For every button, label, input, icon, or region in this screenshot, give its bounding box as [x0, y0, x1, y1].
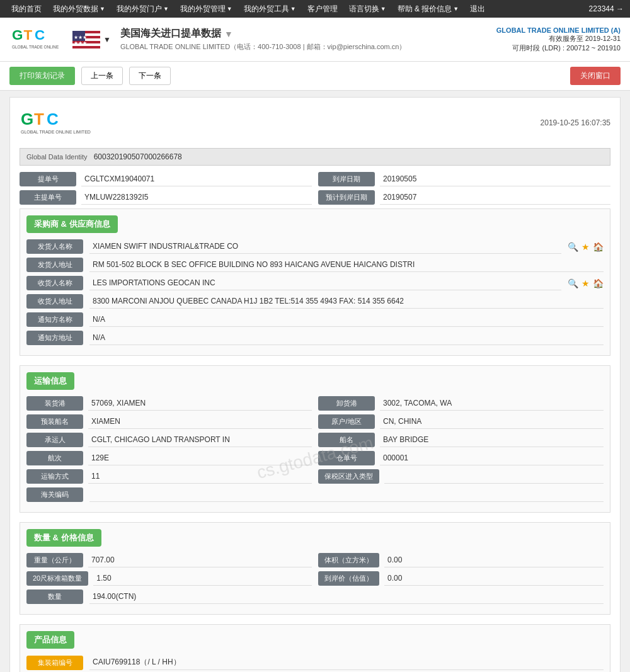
pre-vessel-value: XIAMEN: [88, 415, 312, 429]
search-icon[interactable]: 🔍: [568, 242, 578, 252]
volume-label: 体积（立方米）: [318, 553, 379, 567]
notify-addr-row: 通知方地址 N/A: [26, 331, 604, 345]
global-data-identity-row: Global Data Identity 6003201905070002666…: [20, 148, 610, 166]
vessel-field: 船名 BAY BRIDGE: [318, 433, 604, 447]
product-section-header: 产品信息: [26, 631, 74, 649]
nav-trade-data[interactable]: 我的外贸数据 ▼: [48, 1, 110, 17]
dropdown-arrow: ▼: [290, 6, 296, 12]
quantity-section: 数量 & 价格信息 重量（公斤） 707.00 体积（立方米） 0.00 20尺…: [20, 522, 610, 615]
search-icon[interactable]: 🔍: [568, 278, 578, 288]
nav-items: 我的首页 我的外贸数据 ▼ 我的外贸门户 ▼ 我的外贸管理 ▼ 我的外贸工具 ▼…: [6, 1, 490, 17]
container-no-label: 集装箱编号: [26, 656, 83, 670]
pre-vessel-field: 预装船名 XIAMEN: [26, 414, 312, 429]
star-icon[interactable]: ★: [581, 242, 590, 252]
transport-mode-value: 11: [88, 470, 312, 484]
quantity-value: 194.00(CTN): [89, 590, 604, 604]
page-header: G T C GLOBAL TRADE ONLINE LIMITED ★★★ ★★…: [0, 18, 630, 62]
close-button[interactable]: 关闭窗口: [570, 67, 621, 85]
voyage-warehouse-row: 航次 129E 仓单号 000001: [26, 451, 604, 465]
svg-text:GLOBAL TRADE ONLINE LIMITED: GLOBAL TRADE ONLINE LIMITED: [21, 130, 91, 134]
nav-language[interactable]: 语言切换 ▼: [344, 1, 391, 17]
shipper-addr-row: 发货人地址 RM 501-502 BLOCK B SEC OFFICE BUIL…: [26, 258, 604, 272]
master-bill-field: 主提单号 YMLUW2281392I5: [20, 190, 312, 205]
svg-text:GLOBAL TRADE ONLINE LIMITED: GLOBAL TRADE ONLINE LIMITED: [12, 45, 60, 49]
svg-text:T: T: [34, 110, 44, 128]
transport-mode-label: 运输方式: [26, 469, 83, 484]
logo-area: G T C GLOBAL TRADE ONLINE LIMITED: [9, 24, 60, 55]
available-time: 可用时段 (LDR) : 200712 ~ 201910: [496, 43, 621, 53]
carrier-vessel-row: 承运人 CGLT, CHICAGO LAND TRANSPORT IN 船名 B…: [26, 433, 604, 447]
planned-date-value: 20190507: [380, 191, 610, 205]
planned-date-label: 预计到岸日期: [318, 190, 375, 205]
carrier-value: CGLT, CHICAGO LAND TRANSPORT IN: [88, 433, 312, 447]
gtc-logo: G T C GLOBAL TRADE ONLINE LIMITED: [9, 24, 60, 55]
nav-customer[interactable]: 客户管理: [302, 1, 343, 17]
consignee-icons: 🔍 ★ 🏠: [568, 278, 604, 288]
prev-button[interactable]: 上一条: [81, 67, 123, 85]
warehouse-label: 仓单号: [318, 451, 375, 465]
voyage-label: 航次: [26, 451, 83, 465]
nav-trade-tools[interactable]: 我的外贸工具 ▼: [239, 1, 301, 17]
voyage-value: 129E: [88, 452, 312, 465]
shipper-icons: 🔍 ★ 🏠: [568, 242, 604, 252]
loading-port-field: 装货港 57069, XIAMEN: [26, 396, 312, 411]
voyage-field: 航次 129E: [26, 451, 312, 465]
company-name: GLOBAL TRADE ONLINE LIMITED (A): [496, 26, 621, 34]
svg-text:C: C: [35, 27, 45, 43]
home-icon[interactable]: 🏠: [593, 242, 604, 252]
shipper-name-row: 发货人名称 XIAMEN SWIFT INDUSTRIAL&TRADE CO 🔍…: [26, 239, 604, 254]
master-bill-label: 主提单号: [20, 190, 76, 205]
consignee-name-label: 收货人名称: [26, 276, 83, 290]
customs-code-value: [89, 488, 604, 502]
loading-port-value: 57069, XIAMEN: [88, 397, 312, 411]
print-button[interactable]: 打印策划记录: [9, 67, 75, 85]
nav-help[interactable]: 帮助 & 报价信息 ▼: [392, 1, 464, 17]
weight-label: 重量（公斤）: [26, 553, 83, 567]
carrier-field: 承运人 CGLT, CHICAGO LAND TRANSPORT IN: [26, 433, 312, 447]
consignee-name-row: 收货人名称 LES IMPORTATIONS GEOCAN INC 🔍 ★ 🏠: [26, 276, 604, 290]
bill-no-value: CGLTCXM19040071: [81, 173, 312, 186]
volume-field: 体积（立方米） 0.00: [318, 553, 604, 567]
consignee-name-value: LES IMPORTATIONS GEOCAN INC: [89, 276, 561, 290]
header-title-area: 美国海关进口提单数据 ▼ GLOBAL TRADE ONLINE LIMITED…: [120, 27, 496, 52]
user-count: 223344 →: [589, 4, 624, 13]
home-icon[interactable]: 🏠: [593, 278, 604, 288]
master-planned-row: 主提单号 YMLUW2281392I5 预计到岸日期 20190507: [20, 190, 610, 205]
shipper-addr-value: RM 501-502 BLOCK B SEC OFFICE BUILDING N…: [89, 258, 604, 272]
record-gtc-logo: G T C GLOBAL TRADE ONLINE LIMITED: [20, 107, 101, 139]
nav-logout[interactable]: 退出: [465, 1, 490, 17]
container-price-row: 20尺标准箱数量 1.50 到岸价（估值） 0.00: [26, 571, 604, 586]
dropdown-arrow: ▼: [163, 6, 169, 12]
nav-trade-portal[interactable]: 我的外贸门户 ▼: [112, 1, 174, 17]
nav-home[interactable]: 我的首页: [6, 1, 47, 17]
notify-addr-label: 通知方地址: [26, 331, 83, 345]
country-label: 原户/地区: [318, 414, 375, 429]
page-title: 美国海关进口提单数据 ▼: [120, 27, 496, 40]
svg-text:G: G: [21, 110, 33, 128]
header-subtitle: GLOBAL TRADE ONLINE LIMITED（电话：400-710-3…: [120, 42, 496, 52]
next-button[interactable]: 下一条: [129, 67, 171, 85]
consignee-addr-row: 收货人地址 8300 MARCONI ANJOU QUEBEC CANADA H…: [26, 294, 604, 309]
transport-customs-row: 运输方式 11 保税区进入类型: [26, 469, 604, 484]
carrier-label: 承运人: [26, 433, 83, 447]
flag-area: ★★★ ★★★ ▼: [72, 31, 111, 48]
nav-trade-mgmt[interactable]: 我的外贸管理 ▼: [175, 1, 238, 17]
master-bill-value: YMLUW2281392I5: [81, 191, 312, 205]
top-toolbar: 打印策划记录 上一条 下一条 关闭窗口: [0, 62, 630, 91]
us-flag-icon: ★★★ ★★★: [72, 31, 100, 48]
arrival-date-label: 到岸日期: [318, 172, 375, 186]
svg-text:C: C: [47, 110, 59, 128]
dropdown-arrow: ▼: [227, 6, 232, 12]
consignee-addr-label: 收货人地址: [26, 294, 83, 309]
notify-name-value: N/A: [89, 313, 604, 327]
arrival-date-field: 到岸日期 20190505: [318, 172, 610, 186]
shipper-name-label: 发货人名称: [26, 239, 83, 254]
quantity-section-header: 数量 & 价格信息: [26, 529, 101, 547]
supplier-section-header: 采购商 & 供应商信息: [26, 215, 118, 233]
notify-addr-value: N/A: [89, 331, 604, 345]
star-icon[interactable]: ★: [581, 278, 590, 288]
quantity-row: 数量 194.00(CTN): [26, 589, 604, 604]
planned-date-field: 预计到岸日期 20190507: [318, 190, 610, 205]
transport-section-header: 运输信息: [26, 372, 74, 390]
unit-price-label: 到岸价（估值）: [318, 571, 379, 586]
